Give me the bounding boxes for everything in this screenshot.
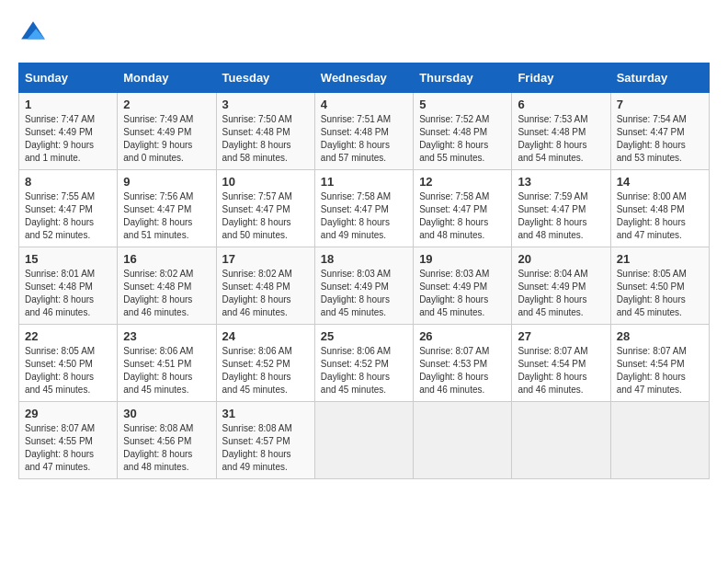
calendar-cell: 4 Sunrise: 7:51 AMSunset: 4:48 PMDayligh… [314, 93, 413, 170]
day-info: Sunrise: 8:05 AMSunset: 4:50 PMDaylight:… [25, 345, 111, 396]
day-number: 31 [222, 407, 309, 420]
day-number: 10 [222, 175, 309, 189]
day-info: Sunrise: 7:47 AMSunset: 4:49 PMDaylight:… [25, 113, 111, 165]
day-number: 25 [321, 329, 407, 343]
day-info: Sunrise: 8:03 AMSunset: 4:49 PMDaylight:… [321, 268, 407, 319]
day-header-thursday: Thursday [414, 63, 512, 93]
day-number: 16 [123, 252, 210, 266]
day-number: 9 [123, 175, 210, 189]
day-info: Sunrise: 8:07 AMSunset: 4:55 PMDaylight:… [25, 422, 111, 474]
day-info: Sunrise: 8:05 AMSunset: 4:50 PMDaylight:… [617, 268, 703, 319]
page-header [18, 18, 710, 48]
calendar-cell: 1 Sunrise: 7:47 AMSunset: 4:49 PMDayligh… [19, 93, 118, 170]
day-info: Sunrise: 7:56 AMSunset: 4:47 PMDaylight:… [123, 190, 210, 242]
day-info: Sunrise: 8:07 AMSunset: 4:53 PMDaylight:… [419, 345, 506, 396]
calendar-cell: 17 Sunrise: 8:02 AMSunset: 4:48 PMDaylig… [216, 247, 314, 325]
day-info: Sunrise: 8:02 AMSunset: 4:48 PMDaylight:… [123, 268, 210, 319]
calendar-cell: 13 Sunrise: 7:59 AMSunset: 4:47 PMDaylig… [512, 170, 610, 247]
calendar-cell: 31 Sunrise: 8:08 AMSunset: 4:57 PMDaylig… [216, 402, 314, 479]
day-header-tuesday: Tuesday [216, 63, 314, 93]
calendar-cell [314, 402, 413, 479]
day-number: 20 [518, 252, 604, 266]
calendar-cell: 5 Sunrise: 7:52 AMSunset: 4:48 PMDayligh… [414, 93, 512, 170]
day-info: Sunrise: 7:51 AMSunset: 4:48 PMDaylight:… [321, 113, 407, 165]
day-info: Sunrise: 8:07 AMSunset: 4:54 PMDaylight:… [617, 345, 703, 396]
calendar-cell: 23 Sunrise: 8:06 AMSunset: 4:51 PMDaylig… [118, 325, 216, 402]
calendar-cell: 11 Sunrise: 7:58 AMSunset: 4:47 PMDaylig… [314, 170, 413, 247]
day-number: 30 [123, 407, 210, 420]
day-info: Sunrise: 8:03 AMSunset: 4:49 PMDaylight:… [419, 268, 506, 319]
day-info: Sunrise: 7:53 AMSunset: 4:48 PMDaylight:… [518, 113, 604, 165]
day-number: 28 [617, 329, 703, 343]
week-row-3: 15 Sunrise: 8:01 AMSunset: 4:48 PMDaylig… [19, 247, 710, 325]
day-number: 3 [222, 98, 309, 111]
day-header-friday: Friday [512, 63, 610, 93]
calendar-cell: 6 Sunrise: 7:53 AMSunset: 4:48 PMDayligh… [512, 93, 610, 170]
calendar-cell: 25 Sunrise: 8:06 AMSunset: 4:52 PMDaylig… [314, 325, 413, 402]
day-number: 18 [321, 252, 407, 266]
day-info: Sunrise: 7:50 AMSunset: 4:48 PMDaylight:… [222, 113, 309, 165]
day-header-monday: Monday [118, 63, 216, 93]
calendar-cell: 16 Sunrise: 8:02 AMSunset: 4:48 PMDaylig… [118, 247, 216, 325]
day-number: 24 [222, 329, 309, 343]
day-info: Sunrise: 8:04 AMSunset: 4:49 PMDaylight:… [518, 268, 604, 319]
calendar-cell: 14 Sunrise: 8:00 AMSunset: 4:48 PMDaylig… [610, 170, 709, 247]
day-info: Sunrise: 7:57 AMSunset: 4:47 PMDaylight:… [222, 190, 309, 242]
calendar-cell: 2 Sunrise: 7:49 AMSunset: 4:49 PMDayligh… [118, 93, 216, 170]
calendar-cell [610, 402, 709, 479]
calendar-cell: 24 Sunrise: 8:06 AMSunset: 4:52 PMDaylig… [216, 325, 314, 402]
day-number: 4 [321, 98, 407, 111]
day-header-wednesday: Wednesday [314, 63, 413, 93]
day-info: Sunrise: 7:59 AMSunset: 4:47 PMDaylight:… [518, 190, 604, 242]
day-number: 12 [419, 175, 506, 189]
day-number: 21 [617, 252, 703, 266]
calendar-cell: 29 Sunrise: 8:07 AMSunset: 4:55 PMDaylig… [19, 402, 118, 479]
calendar-cell: 22 Sunrise: 8:05 AMSunset: 4:50 PMDaylig… [19, 325, 118, 402]
week-row-1: 1 Sunrise: 7:47 AMSunset: 4:49 PMDayligh… [19, 93, 710, 170]
calendar-cell: 21 Sunrise: 8:05 AMSunset: 4:50 PMDaylig… [610, 247, 709, 325]
day-number: 19 [419, 252, 506, 266]
day-info: Sunrise: 8:08 AMSunset: 4:57 PMDaylight:… [222, 422, 309, 474]
day-number: 22 [25, 329, 111, 343]
day-number: 1 [25, 98, 111, 111]
day-number: 23 [123, 329, 210, 343]
calendar-cell: 28 Sunrise: 8:07 AMSunset: 4:54 PMDaylig… [610, 325, 709, 402]
day-info: Sunrise: 8:07 AMSunset: 4:54 PMDaylight:… [518, 345, 604, 396]
day-info: Sunrise: 8:00 AMSunset: 4:48 PMDaylight:… [617, 190, 703, 242]
day-info: Sunrise: 8:06 AMSunset: 4:51 PMDaylight:… [123, 345, 210, 396]
logo [18, 18, 51, 48]
calendar-cell: 27 Sunrise: 8:07 AMSunset: 4:54 PMDaylig… [512, 325, 610, 402]
calendar-cell: 10 Sunrise: 7:57 AMSunset: 4:47 PMDaylig… [216, 170, 314, 247]
day-info: Sunrise: 8:08 AMSunset: 4:56 PMDaylight:… [123, 422, 210, 474]
day-info: Sunrise: 7:49 AMSunset: 4:49 PMDaylight:… [123, 113, 210, 165]
calendar-cell: 30 Sunrise: 8:08 AMSunset: 4:56 PMDaylig… [118, 402, 216, 479]
calendar-table: SundayMondayTuesdayWednesdayThursdayFrid… [18, 63, 710, 479]
day-number: 13 [518, 175, 604, 189]
calendar-cell: 19 Sunrise: 8:03 AMSunset: 4:49 PMDaylig… [414, 247, 512, 325]
week-row-4: 22 Sunrise: 8:05 AMSunset: 4:50 PMDaylig… [19, 325, 710, 402]
calendar-cell: 3 Sunrise: 7:50 AMSunset: 4:48 PMDayligh… [216, 93, 314, 170]
day-number: 14 [617, 175, 703, 189]
day-number: 8 [25, 175, 111, 189]
calendar-cell: 12 Sunrise: 7:58 AMSunset: 4:47 PMDaylig… [414, 170, 512, 247]
week-row-5: 29 Sunrise: 8:07 AMSunset: 4:55 PMDaylig… [19, 402, 710, 479]
day-info: Sunrise: 7:58 AMSunset: 4:47 PMDaylight:… [419, 190, 506, 242]
day-number: 6 [518, 98, 604, 111]
day-info: Sunrise: 8:01 AMSunset: 4:48 PMDaylight:… [25, 268, 111, 319]
day-info: Sunrise: 7:58 AMSunset: 4:47 PMDaylight:… [321, 190, 407, 242]
day-info: Sunrise: 8:06 AMSunset: 4:52 PMDaylight:… [222, 345, 309, 396]
day-number: 11 [321, 175, 407, 189]
calendar-cell: 9 Sunrise: 7:56 AMSunset: 4:47 PMDayligh… [118, 170, 216, 247]
calendar-cell: 26 Sunrise: 8:07 AMSunset: 4:53 PMDaylig… [414, 325, 512, 402]
day-number: 5 [419, 98, 506, 111]
calendar-cell: 8 Sunrise: 7:55 AMSunset: 4:47 PMDayligh… [19, 170, 118, 247]
calendar-cell: 15 Sunrise: 8:01 AMSunset: 4:48 PMDaylig… [19, 247, 118, 325]
calendar-cell: 7 Sunrise: 7:54 AMSunset: 4:47 PMDayligh… [610, 93, 709, 170]
day-header-saturday: Saturday [610, 63, 709, 93]
day-info: Sunrise: 7:54 AMSunset: 4:47 PMDaylight:… [617, 113, 703, 165]
day-info: Sunrise: 7:55 AMSunset: 4:47 PMDaylight:… [25, 190, 111, 242]
calendar-cell: 20 Sunrise: 8:04 AMSunset: 4:49 PMDaylig… [512, 247, 610, 325]
calendar-cell [512, 402, 610, 479]
week-row-2: 8 Sunrise: 7:55 AMSunset: 4:47 PMDayligh… [19, 170, 710, 247]
calendar-cell: 18 Sunrise: 8:03 AMSunset: 4:49 PMDaylig… [314, 247, 413, 325]
